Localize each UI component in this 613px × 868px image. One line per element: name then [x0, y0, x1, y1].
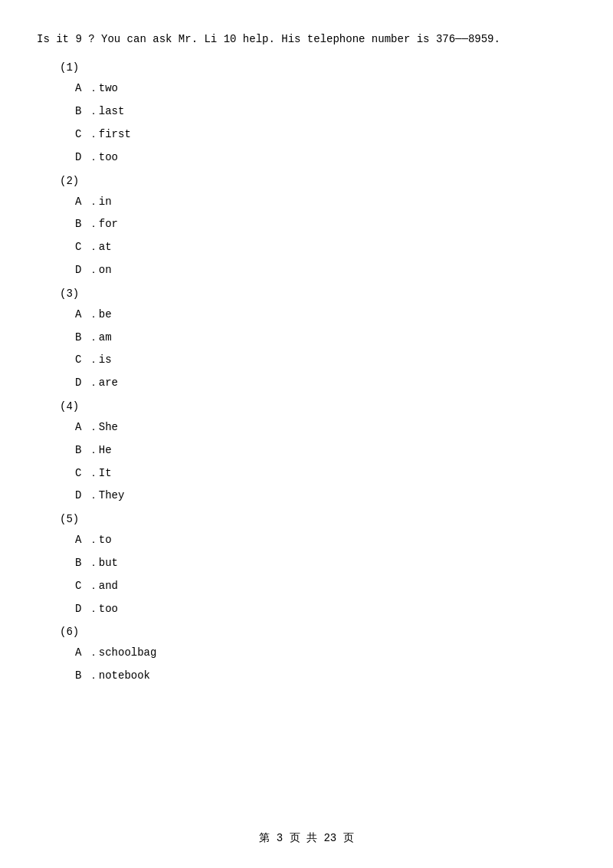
option-1-A[interactable]: A ．two — [75, 80, 576, 98]
option-5-C[interactable]: C ．and — [75, 577, 576, 596]
question-number-4: (4) — [60, 400, 576, 413]
question-number-3: (3) — [60, 288, 576, 300]
option-2-C[interactable]: C ．at — [75, 238, 576, 257]
question-group-5: (5)A ．toB ．butC ．andD ．too — [37, 513, 576, 618]
option-5-A[interactable]: A ．to — [75, 531, 576, 550]
option-4-C[interactable]: C ．It — [75, 465, 576, 483]
option-5-D[interactable]: D ．too — [75, 600, 576, 619]
option-1-B[interactable]: B ．last — [75, 103, 576, 121]
option-1-C[interactable]: C ．first — [75, 126, 576, 144]
option-3-C[interactable]: C ．is — [75, 351, 576, 370]
question-group-4: (4)A ．SheB ．HeC ．ItD ．They — [37, 400, 576, 505]
option-6-B[interactable]: B ．notebook — [75, 667, 576, 686]
question-number-6: (6) — [60, 626, 576, 638]
question-group-3: (3)A ．beB ．amC ．isD ．are — [37, 288, 576, 393]
option-3-D[interactable]: D ．are — [75, 374, 576, 393]
option-3-A[interactable]: A ．be — [75, 306, 576, 324]
question-group-2: (2)A ．inB ．forC ．atD ．on — [37, 175, 576, 280]
option-2-D[interactable]: D ．on — [75, 261, 576, 280]
question-number-5: (5) — [60, 513, 576, 525]
page-footer: 第 3 页 共 23 页 — [0, 831, 613, 845]
option-5-B[interactable]: B ．but — [75, 554, 576, 573]
option-1-D[interactable]: D ．too — [75, 149, 576, 167]
option-2-A[interactable]: A ．in — [75, 193, 576, 212]
option-3-B[interactable]: B ．am — [75, 329, 576, 347]
question-group-6: (6)A ．schoolbagB ．notebook — [37, 626, 576, 686]
questions-container: (1)A ．twoB ．lastC ．firstD ．too(2)A ．inB … — [37, 61, 576, 686]
question-intro: Is it 9 ? You can ask Mr. Li 10 help. Hi… — [37, 31, 576, 48]
option-4-A[interactable]: A ．She — [75, 419, 576, 437]
question-number-1: (1) — [60, 61, 576, 74]
option-6-A[interactable]: A ．schoolbag — [75, 644, 576, 663]
question-number-2: (2) — [60, 175, 576, 187]
option-4-D[interactable]: D ．They — [75, 487, 576, 505]
option-4-B[interactable]: B ．He — [75, 442, 576, 460]
option-2-B[interactable]: B ．for — [75, 215, 576, 234]
question-group-1: (1)A ．twoB ．lastC ．firstD ．too — [37, 61, 576, 166]
